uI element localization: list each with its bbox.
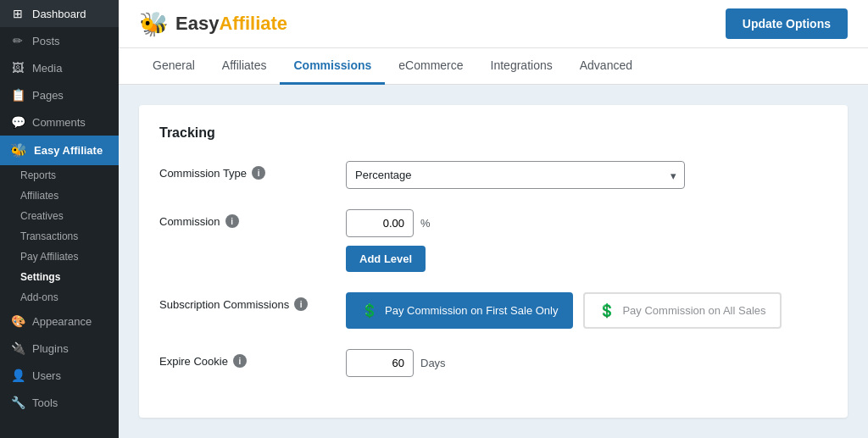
commission-type-select[interactable]: Percentage Flat — [346, 161, 685, 189]
media-icon: 🖼 — [10, 61, 25, 75]
plugins-icon: 🔌 — [10, 341, 25, 355]
commission-label: Commission i — [159, 209, 346, 228]
expire-cookie-row: Expire Cookie i Days — [159, 349, 827, 377]
logo-bee-icon: 🐝 — [139, 10, 169, 38]
sidebar-item-plugins[interactable]: 🔌 Plugins — [0, 335, 119, 362]
add-level-button[interactable]: Add Level — [346, 246, 426, 272]
logo-affiliate: Affiliate — [219, 13, 287, 34]
sidebar: ⊞ Dashboard ✏ Posts 🖼 Media 📋 Pages 💬 Co… — [0, 0, 119, 438]
tab-advanced[interactable]: Advanced — [566, 48, 646, 85]
expire-cookie-info-icon: i — [233, 354, 247, 368]
subscription-commissions-row: Subscription Commissions i 💲 Pay Commiss… — [159, 292, 827, 329]
sidebar-item-pages[interactable]: 📋 Pages — [0, 81, 119, 108]
tab-commissions[interactable]: Commissions — [280, 48, 385, 85]
topbar: 🐝 EasyAffiliate Update Options — [119, 0, 868, 48]
tab-integrations[interactable]: Integrations — [477, 48, 566, 85]
tabs-bar: General Affiliates Commissions eCommerce… — [119, 48, 868, 85]
pay-first-sale-button[interactable]: 💲 Pay Commission on First Sale Only — [346, 292, 573, 329]
expire-group: Days — [346, 349, 827, 377]
sidebar-item-creatives[interactable]: Creatives — [0, 206, 119, 226]
content-area: Tracking Commission Type i Percentage Fl… — [119, 85, 868, 438]
bee-icon: 🐝 — [10, 142, 27, 158]
sidebar-item-add-ons[interactable]: Add-ons — [0, 287, 119, 308]
expire-cookie-label: Expire Cookie i — [159, 349, 346, 368]
expire-unit: Days — [420, 357, 446, 369]
subscription-commissions-info-icon: i — [294, 297, 308, 311]
sidebar-item-media[interactable]: 🖼 Media — [0, 54, 119, 81]
pay-all-sales-button[interactable]: 💲 Pay Commission on All Sales — [583, 292, 781, 329]
sidebar-item-settings[interactable]: Settings — [0, 267, 119, 287]
sidebar-easy-affiliate[interactable]: 🐝 Easy Affiliate — [0, 136, 119, 165]
commission-type-label: Commission Type i — [159, 161, 346, 180]
sidebar-item-reports[interactable]: Reports — [0, 165, 119, 186]
commission-info-icon: i — [225, 214, 239, 228]
sidebar-item-posts[interactable]: ✏ Posts — [0, 27, 119, 54]
sidebar-item-transactions[interactable]: Transactions — [0, 226, 119, 247]
sidebar-item-affiliates[interactable]: Affiliates — [0, 186, 119, 206]
sub-commission-group: 💲 Pay Commission on First Sale Only 💲 Pa… — [346, 292, 827, 329]
commission-type-field: Percentage Flat ▾ — [346, 161, 827, 189]
comments-icon: 💬 — [10, 115, 25, 129]
dollar-all-icon: 💲 — [598, 302, 615, 319]
main-area: 🐝 EasyAffiliate Update Options General A… — [119, 0, 868, 438]
pages-icon: 📋 — [10, 88, 25, 102]
subscription-commissions-label: Subscription Commissions i — [159, 292, 346, 311]
logo-easy: Easy — [175, 13, 219, 34]
sidebar-item-dashboard[interactable]: ⊞ Dashboard — [0, 0, 119, 27]
users-icon: 👤 — [10, 369, 25, 382]
commission-type-row: Commission Type i Percentage Flat ▾ — [159, 161, 827, 189]
commission-input[interactable] — [346, 209, 414, 237]
sidebar-item-appearance[interactable]: 🎨 Appearance — [0, 308, 119, 335]
sidebar-item-tools[interactable]: 🔧 Tools — [0, 389, 119, 416]
expire-cookie-input[interactable] — [346, 349, 414, 377]
subscription-commissions-field: 💲 Pay Commission on First Sale Only 💲 Pa… — [346, 292, 827, 329]
update-options-button[interactable]: Update Options — [726, 8, 848, 39]
posts-icon: ✏ — [10, 34, 25, 47]
commission-unit: % — [420, 217, 431, 230]
sidebar-item-comments[interactable]: 💬 Comments — [0, 108, 119, 136]
commission-input-group: % — [346, 209, 827, 237]
dashboard-icon: ⊞ — [10, 7, 25, 20]
tab-ecommerce[interactable]: eCommerce — [385, 48, 476, 85]
commission-row: Commission i % Add Level — [159, 209, 827, 272]
commission-type-info-icon: i — [252, 166, 265, 180]
sidebar-item-pay-affiliates[interactable]: Pay Affiliates — [0, 247, 119, 267]
sidebar-item-users[interactable]: 👤 Users — [0, 362, 119, 389]
card-title: Tracking — [159, 125, 827, 141]
logo: 🐝 EasyAffiliate — [139, 10, 287, 38]
tab-general[interactable]: General — [139, 48, 209, 85]
expire-cookie-field: Days — [346, 349, 827, 377]
tracking-card: Tracking Commission Type i Percentage Fl… — [139, 105, 848, 418]
tab-affiliates[interactable]: Affiliates — [209, 48, 281, 85]
appearance-icon: 🎨 — [10, 314, 25, 328]
dollar-icon: 💲 — [361, 302, 378, 319]
tools-icon: 🔧 — [10, 396, 25, 409]
logo-text: EasyAffiliate — [175, 13, 287, 35]
commission-field: % Add Level — [346, 209, 827, 272]
commission-type-select-wrapper: Percentage Flat ▾ — [346, 161, 685, 189]
